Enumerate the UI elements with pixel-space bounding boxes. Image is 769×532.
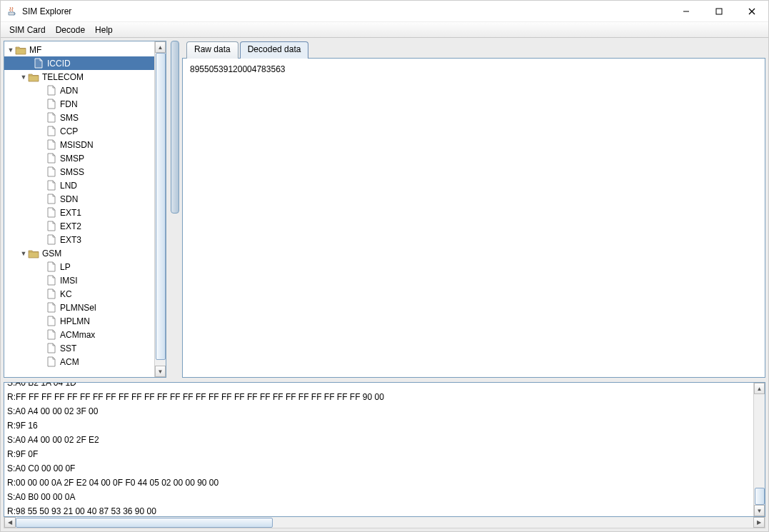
tree-item-acmmax[interactable]: ACMmax [4,328,154,341]
tree-item-lp[interactable]: LP [4,260,154,273]
tree-item-label: EXT2 [60,221,81,231]
file-icon [46,343,57,354]
tree-item-imsi[interactable]: IMSI [4,273,154,287]
tree-item-smss[interactable]: SMSS [4,165,154,179]
tree-scrollbar[interactable]: ▲ ▼ [154,41,166,377]
file-icon [46,288,57,300]
tree-item-adn[interactable]: ADN [4,84,154,97]
close-button[interactable] [735,1,768,22]
log-scroll-left[interactable]: ◀ [4,517,16,528]
log-vscrollbar[interactable]: ▲ ▼ [753,383,765,516]
tree-item-label: SDN [60,194,78,204]
tree-item-label: KC [60,289,72,299]
tree-item-label: LP [60,262,71,272]
folder-icon [28,71,39,83]
log-line: R:98 55 50 93 21 00 40 87 53 36 90 00 [7,504,750,516]
tree-item-hplmn[interactable]: HPLMN [4,314,154,328]
tree-item-msisdn[interactable]: MSISDN [4,138,154,151]
file-icon [46,316,57,327]
tab-raw-data[interactable]: Raw data [186,41,238,59]
svg-rect-1 [716,9,722,14]
tree-item-ext2[interactable]: EXT2 [4,219,154,233]
tab-decoded-data[interactable]: Decoded data [240,41,309,59]
file-icon [46,153,57,164]
tree-item-label: GSM [42,249,61,259]
tree-item-sst[interactable]: SST [4,341,154,355]
top-split: ▼MFICCID▼TELECOMADNFDNSMSCCPMSISDNSMSPSM… [1,38,768,378]
menu-help[interactable]: Help [91,24,117,36]
menu-decode[interactable]: Decode [51,24,89,36]
tree-item-smsp[interactable]: SMSP [4,151,154,165]
titlebar: SIM Explorer [1,1,768,22]
tree-item-ext3[interactable]: EXT3 [4,233,154,246]
tree-item-label: ACM [60,357,79,367]
tree-item-plmnsel[interactable]: PLMNSel [4,301,154,314]
tree-item-ccp[interactable]: CCP [4,124,154,138]
file-icon [46,99,57,110]
file-icon [46,194,57,205]
tree-toggle-icon[interactable]: ▼ [7,46,14,54]
tree-item-label: ICCID [47,59,71,69]
log-line: R:00 00 00 0A 2F E2 04 00 0F F0 44 05 02… [7,476,750,490]
tree-item-label: SMSP [60,154,84,164]
window-title: SIM Explorer [22,6,71,16]
scroll-up-button[interactable]: ▲ [155,41,166,53]
file-icon [46,221,57,232]
tree-item-sms[interactable]: SMS [4,111,154,124]
log-line: S:A0 B2 1A 04 1D [7,383,750,390]
file-icon [46,275,57,286]
decoded-content: 89550539120004783563 [182,58,765,378]
tree-item-acm[interactable]: ACM [4,355,154,368]
scroll-thumb[interactable] [156,53,166,360]
tree-item-label: CCP [60,126,78,136]
tree-item-sdn[interactable]: SDN [4,192,154,206]
file-icon [46,112,57,124]
tree-item-label: LND [60,181,77,191]
tree-item-label: EXT3 [60,235,81,245]
tree-item-label: IMSI [60,276,78,286]
folder-icon [15,44,26,56]
file-icon [46,329,57,341]
log-line: S:A0 A4 00 00 02 2F E2 [7,433,750,447]
log-text[interactable]: S:A0 B2 1A 04 1DR:FF FF FF FF FF FF FF F… [4,383,753,516]
file-tree[interactable]: ▼MFICCID▼TELECOMADNFDNSMSCCPMSISDNSMSPSM… [4,41,154,377]
menu-sim-card[interactable]: SIM Card [5,24,50,36]
splitter-vertical[interactable] [171,41,178,378]
log-scroll-right[interactable]: ▶ [753,517,765,528]
log-line: R:9F 0F [7,447,750,461]
folder-icon [28,248,39,259]
file-icon [46,139,57,151]
file-icon [46,234,57,246]
tree-item-gsm[interactable]: ▼GSM [4,246,154,260]
java-cup-icon [6,6,18,17]
tree-item-label: PLMNSel [60,303,96,313]
log-line: S:A0 C0 00 00 0F [7,461,750,476]
tree-item-kc[interactable]: KC [4,287,154,301]
decoded-value: 89550539120004783563 [190,64,285,74]
tree-panel: ▼MFICCID▼TELECOMADNFDNSMSCCPMSISDNSMSPSM… [4,41,166,378]
log-scroll-up[interactable]: ▲ [754,383,765,394]
tree-item-label: MF [29,45,41,55]
file-icon [46,207,57,219]
tree-item-ext1[interactable]: EXT1 [4,206,154,219]
file-icon [46,180,57,191]
log-hscrollbar[interactable]: ◀ ▶ [4,517,765,528]
scroll-down-button[interactable]: ▼ [155,366,166,377]
log-scroll-down[interactable]: ▼ [754,505,765,516]
tree-toggle-icon[interactable]: ▼ [20,74,27,81]
menubar: SIM Card Decode Help [1,22,768,38]
log-scroll-thumb[interactable] [755,488,765,505]
minimize-button[interactable] [670,1,703,22]
tree-item-fdn[interactable]: FDN [4,97,154,111]
tree-item-iccid[interactable]: ICCID [4,56,154,70]
tree-item-label: HPLMN [60,316,90,326]
tree-item-label: SMS [60,113,79,123]
maximize-button[interactable] [703,1,735,22]
tree-item-label: ACMmax [60,330,95,340]
tree-item-label: MSISDN [60,140,94,150]
tree-item-lnd[interactable]: LND [4,179,154,192]
tree-item-telecom[interactable]: ▼TELECOM [4,70,154,84]
log-hscroll-thumb[interactable] [16,518,273,528]
tree-item-mf[interactable]: ▼MF [4,43,154,56]
tree-toggle-icon[interactable]: ▼ [20,250,27,257]
